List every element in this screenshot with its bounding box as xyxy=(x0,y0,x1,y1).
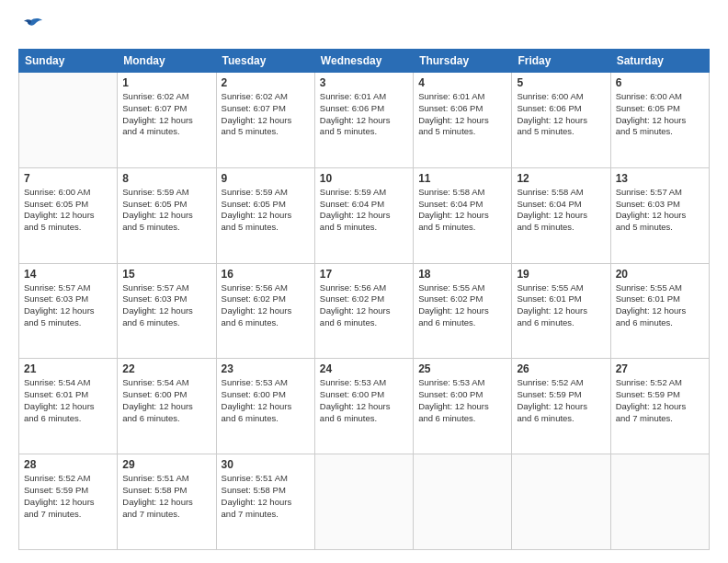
calendar-cell: 15Sunrise: 5:57 AMSunset: 6:03 PMDayligh… xyxy=(118,263,216,359)
calendar-cell: 11Sunrise: 5:58 AMSunset: 6:04 PMDayligh… xyxy=(414,167,512,263)
calendar-cell: 12Sunrise: 5:58 AMSunset: 6:04 PMDayligh… xyxy=(512,167,610,263)
day-number: 8 xyxy=(122,172,210,185)
calendar-week-row: 1Sunrise: 6:02 AMSunset: 6:07 PMDaylight… xyxy=(19,73,710,168)
calendar-cell xyxy=(19,73,118,168)
weekday-header: Wednesday xyxy=(314,50,413,73)
day-info: Sunrise: 5:59 AMSunset: 6:05 PMDaylight:… xyxy=(122,187,210,234)
day-number: 29 xyxy=(122,458,210,471)
calendar-cell: 23Sunrise: 5:53 AMSunset: 6:00 PMDayligh… xyxy=(216,359,314,454)
calendar-cell xyxy=(414,454,512,550)
day-number: 17 xyxy=(320,268,408,281)
weekday-header: Friday xyxy=(512,50,610,73)
day-number: 24 xyxy=(320,362,408,375)
day-info: Sunrise: 5:55 AMSunset: 6:01 PMDaylight:… xyxy=(616,282,704,329)
calendar-cell: 29Sunrise: 5:51 AMSunset: 5:58 PMDayligh… xyxy=(118,454,216,550)
day-number: 30 xyxy=(222,458,310,471)
day-number: 15 xyxy=(122,268,210,281)
day-info: Sunrise: 5:56 AMSunset: 6:02 PMDaylight:… xyxy=(222,282,310,329)
calendar-cell: 6Sunrise: 6:00 AMSunset: 6:05 PMDaylight… xyxy=(610,73,709,168)
calendar-cell xyxy=(610,454,709,550)
day-info: Sunrise: 5:59 AMSunset: 6:05 PMDaylight:… xyxy=(222,187,310,234)
day-number: 7 xyxy=(24,172,112,185)
day-info: Sunrise: 5:53 AMSunset: 6:00 PMDaylight:… xyxy=(418,377,506,424)
day-info: Sunrise: 5:58 AMSunset: 6:04 PMDaylight:… xyxy=(418,187,506,234)
calendar-cell: 9Sunrise: 5:59 AMSunset: 6:05 PMDaylight… xyxy=(216,167,314,263)
calendar-cell: 26Sunrise: 5:52 AMSunset: 5:59 PMDayligh… xyxy=(512,359,610,454)
day-info: Sunrise: 6:00 AMSunset: 6:05 PMDaylight:… xyxy=(24,187,112,234)
calendar-cell: 24Sunrise: 5:53 AMSunset: 6:00 PMDayligh… xyxy=(314,359,413,454)
day-info: Sunrise: 6:01 AMSunset: 6:06 PMDaylight:… xyxy=(320,91,408,138)
day-number: 23 xyxy=(222,362,310,375)
day-number: 20 xyxy=(616,268,704,281)
day-info: Sunrise: 5:55 AMSunset: 6:01 PMDaylight:… xyxy=(517,282,605,329)
weekday-header: Saturday xyxy=(610,50,709,73)
calendar-cell: 7Sunrise: 6:00 AMSunset: 6:05 PMDaylight… xyxy=(19,167,118,263)
day-number: 2 xyxy=(222,76,310,89)
weekday-header: Thursday xyxy=(414,50,512,73)
day-info: Sunrise: 5:59 AMSunset: 6:04 PMDaylight:… xyxy=(320,187,408,234)
calendar-cell: 19Sunrise: 5:55 AMSunset: 6:01 PMDayligh… xyxy=(512,263,610,359)
calendar-table: SundayMondayTuesdayWednesdayThursdayFrid… xyxy=(18,49,710,550)
day-info: Sunrise: 5:54 AMSunset: 6:00 PMDaylight:… xyxy=(122,377,210,424)
calendar-cell: 13Sunrise: 5:57 AMSunset: 6:03 PMDayligh… xyxy=(610,167,709,263)
calendar-cell: 3Sunrise: 6:01 AMSunset: 6:06 PMDaylight… xyxy=(314,73,413,168)
weekday-header: Sunday xyxy=(19,50,118,73)
logo-bird-icon xyxy=(18,17,44,37)
day-number: 10 xyxy=(320,172,408,185)
day-info: Sunrise: 6:02 AMSunset: 6:07 PMDaylight:… xyxy=(122,91,210,138)
day-info: Sunrise: 5:52 AMSunset: 5:59 PMDaylight:… xyxy=(616,377,704,424)
calendar-cell: 16Sunrise: 5:56 AMSunset: 6:02 PMDayligh… xyxy=(216,263,314,359)
day-info: Sunrise: 6:02 AMSunset: 6:07 PMDaylight:… xyxy=(222,91,310,138)
day-number: 25 xyxy=(418,362,506,375)
weekday-header: Tuesday xyxy=(216,50,314,73)
day-info: Sunrise: 5:55 AMSunset: 6:02 PMDaylight:… xyxy=(418,282,506,329)
calendar-cell: 8Sunrise: 5:59 AMSunset: 6:05 PMDaylight… xyxy=(118,167,216,263)
calendar-week-row: 28Sunrise: 5:52 AMSunset: 5:59 PMDayligh… xyxy=(19,454,710,550)
page: SundayMondayTuesdayWednesdayThursdayFrid… xyxy=(0,0,728,563)
day-number: 26 xyxy=(517,362,605,375)
day-number: 16 xyxy=(222,268,310,281)
day-number: 14 xyxy=(24,268,112,281)
day-info: Sunrise: 5:58 AMSunset: 6:04 PMDaylight:… xyxy=(517,187,605,234)
day-number: 6 xyxy=(616,76,704,89)
calendar-cell: 28Sunrise: 5:52 AMSunset: 5:59 PMDayligh… xyxy=(19,454,118,550)
calendar-cell: 18Sunrise: 5:55 AMSunset: 6:02 PMDayligh… xyxy=(414,263,512,359)
calendar-cell: 17Sunrise: 5:56 AMSunset: 6:02 PMDayligh… xyxy=(314,263,413,359)
calendar-week-row: 21Sunrise: 5:54 AMSunset: 6:01 PMDayligh… xyxy=(19,359,710,454)
day-info: Sunrise: 6:01 AMSunset: 6:06 PMDaylight:… xyxy=(418,91,506,138)
day-number: 11 xyxy=(418,172,506,185)
day-info: Sunrise: 5:53 AMSunset: 6:00 PMDaylight:… xyxy=(320,377,408,424)
header xyxy=(18,17,710,40)
day-number: 5 xyxy=(517,76,605,89)
day-info: Sunrise: 6:00 AMSunset: 6:06 PMDaylight:… xyxy=(517,91,605,138)
day-number: 19 xyxy=(517,268,605,281)
calendar-cell: 20Sunrise: 5:55 AMSunset: 6:01 PMDayligh… xyxy=(610,263,709,359)
day-info: Sunrise: 6:00 AMSunset: 6:05 PMDaylight:… xyxy=(616,91,704,138)
day-info: Sunrise: 5:52 AMSunset: 5:59 PMDaylight:… xyxy=(517,377,605,424)
day-info: Sunrise: 5:53 AMSunset: 6:00 PMDaylight:… xyxy=(222,377,310,424)
day-number: 12 xyxy=(517,172,605,185)
day-number: 9 xyxy=(222,172,310,185)
day-number: 27 xyxy=(616,362,704,375)
calendar-cell: 4Sunrise: 6:01 AMSunset: 6:06 PMDaylight… xyxy=(414,73,512,168)
calendar-cell: 27Sunrise: 5:52 AMSunset: 5:59 PMDayligh… xyxy=(610,359,709,454)
calendar-cell: 30Sunrise: 5:51 AMSunset: 5:58 PMDayligh… xyxy=(216,454,314,550)
calendar-cell: 21Sunrise: 5:54 AMSunset: 6:01 PMDayligh… xyxy=(19,359,118,454)
logo xyxy=(18,17,44,40)
day-info: Sunrise: 5:54 AMSunset: 6:01 PMDaylight:… xyxy=(24,377,112,424)
day-info: Sunrise: 5:52 AMSunset: 5:59 PMDaylight:… xyxy=(24,473,112,520)
calendar-week-row: 7Sunrise: 6:00 AMSunset: 6:05 PMDaylight… xyxy=(19,167,710,263)
day-number: 22 xyxy=(122,362,210,375)
calendar-cell: 5Sunrise: 6:00 AMSunset: 6:06 PMDaylight… xyxy=(512,73,610,168)
day-number: 3 xyxy=(320,76,408,89)
calendar-cell: 10Sunrise: 5:59 AMSunset: 6:04 PMDayligh… xyxy=(314,167,413,263)
calendar-cell: 2Sunrise: 6:02 AMSunset: 6:07 PMDaylight… xyxy=(216,73,314,168)
day-number: 13 xyxy=(616,172,704,185)
calendar-cell xyxy=(314,454,413,550)
day-number: 21 xyxy=(24,362,112,375)
calendar-cell: 14Sunrise: 5:57 AMSunset: 6:03 PMDayligh… xyxy=(19,263,118,359)
day-info: Sunrise: 5:51 AMSunset: 5:58 PMDaylight:… xyxy=(122,473,210,520)
calendar-cell: 1Sunrise: 6:02 AMSunset: 6:07 PMDaylight… xyxy=(118,73,216,168)
calendar-cell: 22Sunrise: 5:54 AMSunset: 6:00 PMDayligh… xyxy=(118,359,216,454)
day-info: Sunrise: 5:57 AMSunset: 6:03 PMDaylight:… xyxy=(616,187,704,234)
